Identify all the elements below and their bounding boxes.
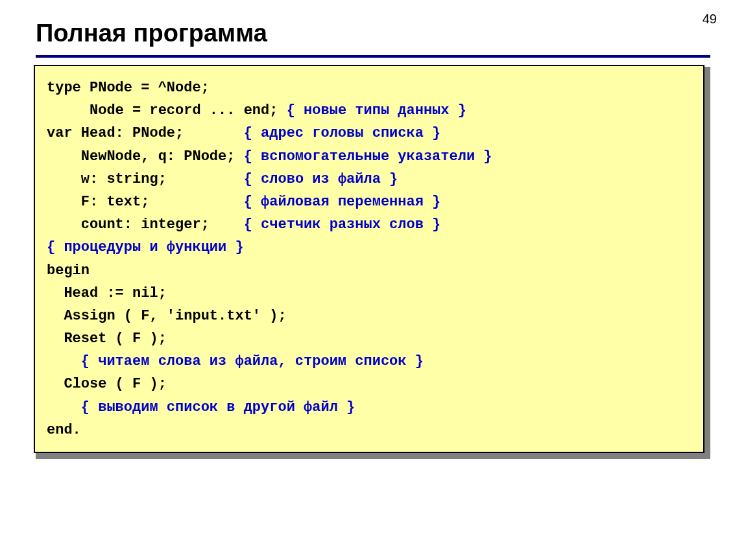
code-line-4: NewNode, q: PNode; — [47, 148, 235, 165]
code-comment-7: { счетчик разных слов } — [210, 216, 440, 233]
code-shadow: type PNode = ^Node; Node = record ... en… — [36, 67, 710, 459]
code-line-1: type PNode = ^Node; — [47, 80, 210, 96]
slide: 49 Полная программа type PNode = ^Node; … — [0, 0, 746, 560]
code-line-11: Assign ( F, 'input.txt' ); — [47, 308, 287, 324]
code-comment-5: { слово из файла } — [167, 171, 398, 187]
code-line-6: F: text; — [47, 194, 149, 210]
code-block: type PNode = ^Node; Node = record ... en… — [34, 65, 704, 453]
code-line-5: w: string; — [47, 171, 167, 187]
code-line-3: var Head: PNode; — [47, 125, 184, 141]
code-line-7: count: integer; — [47, 216, 210, 233]
code-line-2: Node = record ... end; — [47, 102, 278, 119]
code-line-12: Reset ( F ); — [47, 331, 167, 347]
title-underline — [36, 55, 710, 58]
code-line-14: Close ( F ); — [47, 376, 167, 392]
code-comment-4: { вспомогательные указатели } — [235, 148, 492, 165]
code-comment-6: { файловая переменная } — [149, 194, 440, 210]
code-comment-13: { читаем слова из файла, строим список } — [47, 353, 424, 369]
page-number: 49 — [703, 12, 717, 27]
code-comment-15: { выводим список в другой файл } — [47, 399, 355, 415]
code-comment-3: { адрес головы списка } — [184, 125, 440, 141]
code-line-10: Head := nil; — [47, 285, 167, 301]
code-comment-8: { процедуры и функции } — [47, 239, 244, 255]
code-line-9: begin — [47, 262, 90, 279]
slide-title: Полная программа — [36, 19, 710, 47]
code-line-16: end. — [47, 422, 81, 438]
code-comment-2: { новые типы данных } — [278, 102, 466, 119]
